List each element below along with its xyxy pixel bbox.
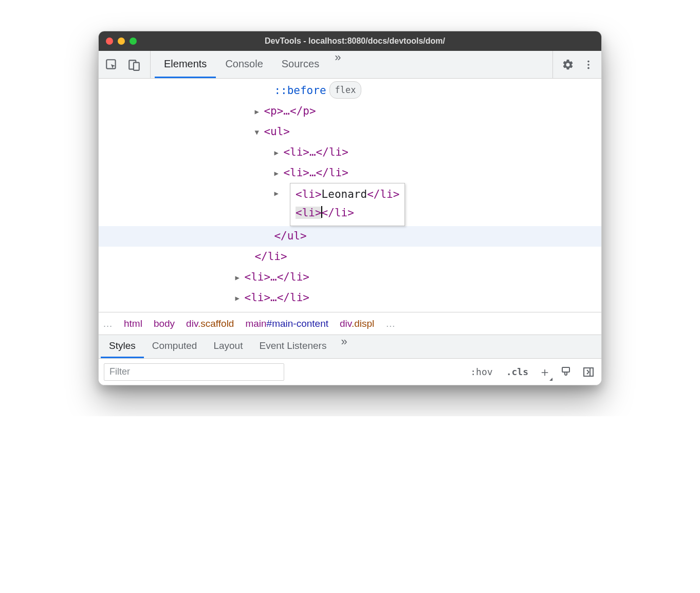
expand-arrow-icon[interactable]: ▶ <box>274 146 283 160</box>
breadcrumb-html[interactable]: html <box>124 318 142 329</box>
svg-point-3 <box>587 60 590 62</box>
tab-elements[interactable]: Elements <box>155 51 216 78</box>
styles-filter-input[interactable] <box>104 363 284 381</box>
settings-gear-icon[interactable] <box>560 57 576 72</box>
main-toolbar: Elements Console Sources » <box>99 51 601 79</box>
cls-toggle[interactable]: .cls <box>503 365 531 378</box>
svg-rect-6 <box>562 367 569 372</box>
breadcrumb-overflow-right[interactable]: … <box>385 318 395 329</box>
expand-arrow-icon[interactable]: ▶ <box>274 187 283 200</box>
li-collapsed-row-4[interactable]: ▶<li>…</li> <box>99 288 601 308</box>
collapse-arrow-icon[interactable]: ▼ <box>254 125 264 139</box>
device-toggle-icon[interactable] <box>126 57 142 72</box>
window-title: DevTools - localhost:8080/docs/devtools/… <box>116 36 594 46</box>
breadcrumb-main[interactable]: main#main-content <box>245 318 328 329</box>
new-style-rule-icon[interactable]: ＋ <box>539 364 551 380</box>
li-close-row[interactable]: </li> <box>99 247 601 267</box>
hov-toggle[interactable]: :hov <box>467 365 495 378</box>
styles-tabs-overflow-icon[interactable]: » <box>335 335 353 358</box>
styles-filter-bar: :hov .cls ＋ <box>99 358 601 385</box>
window-close-icon[interactable] <box>106 38 113 45</box>
inspect-element-icon[interactable] <box>104 57 119 72</box>
li-collapsed-row-2[interactable]: ▶<li>…</li> <box>99 163 601 183</box>
styles-tabs: Styles Computed Layout Event Listeners » <box>99 335 601 358</box>
tab-layout[interactable]: Layout <box>205 335 251 358</box>
breadcrumb-overflow-left[interactable]: … <box>103 318 113 329</box>
devtools-window: DevTools - localhost:8080/docs/devtools/… <box>98 31 602 385</box>
breadcrumb-body[interactable]: body <box>154 318 175 329</box>
li-edit-row[interactable]: ▶ <li>Leonard</li> <li></li> <box>99 183 601 226</box>
kebab-menu-icon[interactable] <box>581 57 596 72</box>
tab-computed[interactable]: Computed <box>144 335 206 358</box>
tab-console[interactable]: Console <box>216 51 272 78</box>
html-edit-box[interactable]: <li>Leonard</li> <li></li> <box>290 183 405 226</box>
li-collapsed-row-3[interactable]: ▶<li>…</li> <box>99 267 601 288</box>
titlebar: DevTools - localhost:8080/docs/devtools/… <box>99 31 601 51</box>
tab-sources[interactable]: Sources <box>272 51 328 78</box>
p-collapsed-row[interactable]: ▶<p>…</p> <box>99 101 601 122</box>
breadcrumb-div-displ[interactable]: div.displ <box>340 318 374 329</box>
svg-rect-2 <box>134 62 139 70</box>
expand-arrow-icon[interactable]: ▶ <box>254 105 264 119</box>
expand-arrow-icon[interactable]: ▶ <box>274 166 283 180</box>
breadcrumb-div-scaffold[interactable]: div.scaffold <box>186 318 234 329</box>
dom-tree[interactable]: ::beforeflex ▶<p>…</p> ▼<ul> ▶<li>…</li>… <box>99 79 601 312</box>
expand-arrow-icon[interactable]: ▶ <box>235 271 245 285</box>
flex-badge[interactable]: flex <box>329 81 362 99</box>
li-collapsed-row-1[interactable]: ▶<li>…</li> <box>99 142 601 163</box>
tab-event-listeners[interactable]: Event Listeners <box>251 335 335 358</box>
tab-styles[interactable]: Styles <box>101 335 144 358</box>
expand-arrow-icon[interactable]: ▶ <box>235 291 245 305</box>
svg-rect-0 <box>106 60 115 68</box>
breadcrumb: … html body div.scaffold main#main-conte… <box>99 312 601 335</box>
computed-panel-toggle-icon[interactable] <box>581 364 596 380</box>
pseudo-before-row[interactable]: ::beforeflex <box>99 81 601 101</box>
svg-point-4 <box>587 64 590 66</box>
ul-close-row[interactable]: </ul> <box>99 226 601 247</box>
svg-point-5 <box>587 67 590 69</box>
tabs-overflow-icon[interactable]: » <box>328 51 347 78</box>
paint-brush-icon[interactable] <box>558 364 574 380</box>
ul-open-row[interactable]: ▼<ul> <box>99 122 601 142</box>
